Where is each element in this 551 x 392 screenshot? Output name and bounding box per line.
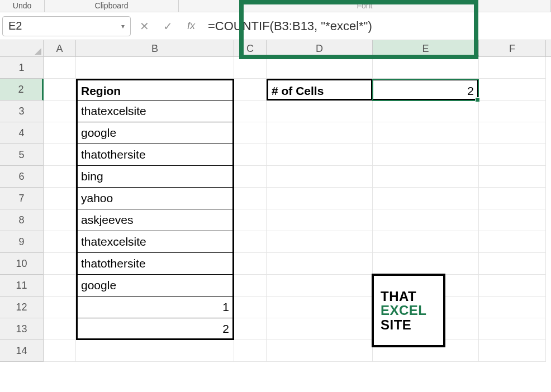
cell-b2[interactable]: Region — [76, 79, 234, 101]
row-header-2[interactable]: 2 — [0, 79, 44, 101]
cell-d6[interactable] — [267, 166, 373, 188]
cell-e9[interactable] — [373, 231, 479, 253]
cell-a7[interactable] — [44, 188, 76, 209]
cell-b8[interactable]: askjeeves — [76, 209, 234, 231]
cell-a6[interactable] — [44, 166, 76, 188]
cell-a9[interactable] — [44, 231, 76, 253]
cell-c6[interactable] — [234, 166, 267, 188]
select-all-corner[interactable] — [0, 40, 44, 56]
formula-input[interactable] — [205, 16, 549, 36]
row-header-3[interactable]: 3 — [0, 101, 44, 122]
cell-e7[interactable] — [373, 188, 479, 209]
cell-c13[interactable] — [234, 318, 267, 340]
cell-c9[interactable] — [234, 231, 267, 253]
column-header-d[interactable]: D — [267, 40, 373, 56]
row-header-6[interactable]: 6 — [0, 166, 44, 188]
cell-f2[interactable] — [479, 79, 546, 101]
cell-c11[interactable] — [234, 275, 267, 297]
cell-d13[interactable] — [267, 318, 373, 340]
cell-f6[interactable] — [479, 166, 546, 188]
row-header-14[interactable]: 14 — [0, 340, 44, 362]
row-header-4[interactable]: 4 — [0, 122, 44, 144]
insert-function-button[interactable]: fx — [181, 16, 201, 36]
cell-c3[interactable] — [234, 101, 267, 122]
column-header-e[interactable]: E — [373, 40, 479, 56]
cell-f12[interactable] — [479, 297, 546, 318]
cell-f4[interactable] — [479, 122, 546, 144]
cell-a13[interactable] — [44, 318, 76, 340]
cell-f7[interactable] — [479, 188, 546, 209]
cell-f8[interactable] — [479, 209, 546, 231]
cell-e3[interactable] — [373, 101, 479, 122]
cell-b13[interactable]: 2 — [76, 318, 234, 340]
cell-d14[interactable] — [267, 340, 373, 362]
cell-f10[interactable] — [479, 253, 546, 275]
cell-b4[interactable]: google — [76, 122, 234, 144]
cell-b5[interactable]: thatothersite — [76, 144, 234, 166]
cell-d7[interactable] — [267, 188, 373, 209]
cell-d10[interactable] — [267, 253, 373, 275]
cell-c4[interactable] — [234, 122, 267, 144]
cell-c8[interactable] — [234, 209, 267, 231]
cell-e4[interactable] — [373, 122, 479, 144]
cell-f14[interactable] — [479, 340, 546, 362]
column-header-a[interactable]: A — [44, 40, 76, 56]
cell-a1[interactable] — [44, 57, 76, 79]
cell-a11[interactable] — [44, 275, 76, 297]
cells-area[interactable]: Region # of Cells 2 thatexcelsite google — [44, 57, 551, 362]
cell-f13[interactable] — [479, 318, 546, 340]
cell-b12[interactable]: 1 — [76, 297, 234, 318]
column-header-b[interactable]: B — [76, 40, 234, 56]
row-header-1[interactable]: 1 — [0, 57, 44, 79]
cell-c10[interactable] — [234, 253, 267, 275]
cell-d2[interactable]: # of Cells — [267, 79, 373, 101]
column-header-c[interactable]: C — [234, 40, 267, 56]
cell-f5[interactable] — [479, 144, 546, 166]
cell-e8[interactable] — [373, 209, 479, 231]
cell-d8[interactable] — [267, 209, 373, 231]
cell-f3[interactable] — [479, 101, 546, 122]
cell-b7[interactable]: yahoo — [76, 188, 234, 209]
cell-f1[interactable] — [479, 57, 546, 79]
row-header-5[interactable]: 5 — [0, 144, 44, 166]
cell-a5[interactable] — [44, 144, 76, 166]
cell-a2[interactable] — [44, 79, 76, 101]
cell-d5[interactable] — [267, 144, 373, 166]
cell-e5[interactable] — [373, 144, 479, 166]
row-header-12[interactable]: 12 — [0, 297, 44, 318]
cell-d12[interactable] — [267, 297, 373, 318]
cell-b6[interactable]: bing — [76, 166, 234, 188]
cell-a4[interactable] — [44, 122, 76, 144]
cell-d11[interactable] — [267, 275, 373, 297]
cell-c7[interactable] — [234, 188, 267, 209]
chevron-down-icon[interactable]: ▾ — [121, 22, 125, 30]
cancel-formula-button[interactable]: ✕ — [134, 16, 154, 36]
cell-d1[interactable] — [267, 57, 373, 79]
column-header-f[interactable]: F — [479, 40, 546, 56]
cell-a8[interactable] — [44, 209, 76, 231]
cell-e6[interactable] — [373, 166, 479, 188]
accept-formula-button[interactable]: ✓ — [158, 16, 178, 36]
row-header-7[interactable]: 7 — [0, 188, 44, 209]
cell-c14[interactable] — [234, 340, 267, 362]
cell-b14[interactable] — [76, 340, 234, 362]
row-header-9[interactable]: 9 — [0, 231, 44, 253]
cell-d3[interactable] — [267, 101, 373, 122]
cell-c12[interactable] — [234, 297, 267, 318]
row-header-11[interactable]: 11 — [0, 275, 44, 297]
cell-c1[interactable] — [234, 57, 267, 79]
cell-c5[interactable] — [234, 144, 267, 166]
cell-b1[interactable] — [76, 57, 234, 79]
cell-c2[interactable] — [234, 79, 267, 101]
cell-f9[interactable] — [479, 231, 546, 253]
cell-f11[interactable] — [479, 275, 546, 297]
cell-b10[interactable]: thatothersite — [76, 253, 234, 275]
cell-a10[interactable] — [44, 253, 76, 275]
name-box[interactable]: E2 ▾ — [2, 16, 131, 36]
cell-e2[interactable]: 2 — [373, 79, 479, 101]
cell-b11[interactable]: google — [76, 275, 234, 297]
cell-a3[interactable] — [44, 101, 76, 122]
row-header-8[interactable]: 8 — [0, 209, 44, 231]
cell-a12[interactable] — [44, 297, 76, 318]
cell-b3[interactable]: thatexcelsite — [76, 101, 234, 122]
